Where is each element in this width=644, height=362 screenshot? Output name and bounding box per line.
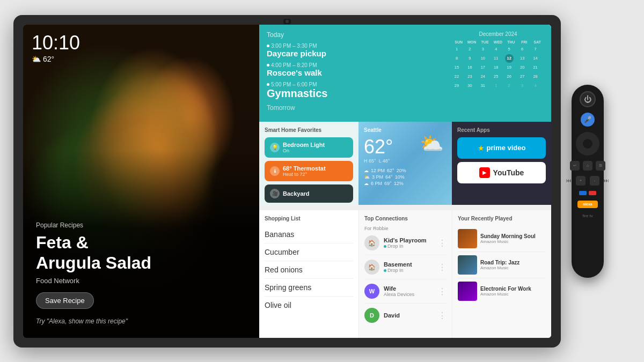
back-button[interactable]: ↩ [570,161,580,171]
right-panel: Today 3:00 PM – 3:30 PM Daycare pickup [259,25,551,338]
event-time-2: 4:00 PM – 8:20 PM [267,62,447,68]
cal-day-20: 20 [518,63,526,72]
connection-basement[interactable]: 🏠 Basement Drop In ⋮ [364,255,447,279]
rewind-button[interactable]: ⏮ [566,178,572,183]
red-button[interactable] [589,191,596,195]
connection-name-basement: Basement [384,261,434,268]
backyard-name: Backyard [283,190,348,197]
cal-header-tue: TUE [479,40,491,45]
connection-device-basement: Drop In [384,268,434,273]
thermostat-status: Heat to 72° [283,172,348,177]
connection-menu-basement[interactable]: ⋮ [438,262,447,272]
avatar-wife: W [364,284,379,299]
event-name-1: Daycare pickup [267,49,447,58]
cal-day-8: 8 [452,54,461,63]
temp-display: 62° [43,55,54,63]
shopping-item-cucumber[interactable]: Cucumber [265,243,353,261]
calendar-title: December 2024 [452,31,544,37]
played-source-1: Amazon Music [480,239,546,244]
tv-screen: 10:10 ⛅ 62° Popular Recipes Feta &Arugul… [23,25,551,338]
avatar-basement: 🏠 [364,260,379,275]
forecast-temp-1: 62° [387,168,394,173]
connection-menu-wife[interactable]: ⋮ [438,286,447,297]
connection-device-kidsplayroom: Drop In [384,243,434,249]
played-source-2: Amazon Music [480,265,546,270]
connection-info-wife: Wife Alexa Devices [384,285,434,297]
firetv-label: fire tv [582,213,593,218]
fast-forward-button[interactable]: ⏭ [604,178,609,183]
alexa-button[interactable]: alexa [577,201,598,208]
thermostat-name: 68° Thermostat [283,165,348,172]
save-recipe-button[interactable]: Save Recipe [36,292,94,309]
bedroom-light-name: Bedroom Light [283,142,348,148]
connection-menu-david[interactable]: ⋮ [438,311,447,321]
backyard-device[interactable]: 🎥 Backyard [265,184,353,203]
cal-day-29: 29 [452,82,461,90]
avatar-kidsplayroom: 🏠 [364,235,379,250]
cal-day-25: 25 [492,72,500,81]
shopping-item-red-onions[interactable]: Red onions [265,261,353,279]
event-time-1: 3:00 PM – 3:30 PM [267,43,447,49]
schedule-event-1: 3:00 PM – 3:30 PM Daycare pickup [267,43,447,58]
played-item-2[interactable]: Road Trip: Jazz Amazon Music [458,252,546,278]
vol-up-button[interactable]: + [576,176,586,186]
backyard-info: Backyard [283,190,348,197]
recently-played-panel: Your Recently Played Sunday Morning Soul… [452,210,551,337]
connection-kidsplayroom[interactable]: 🏠 Kid's Playroom Drop In ⋮ [364,231,447,255]
prime-video-button[interactable]: ★ prime video [457,137,546,159]
avatar-david: D [364,308,379,323]
played-title-1: Sunday Morning Soul [480,233,546,239]
prime-video-label: prime video [487,144,526,152]
cal-header-wed: WED [492,40,504,45]
cal-day-next-4: 4 [531,82,540,90]
cal-header-sat: SAT [531,40,544,45]
connection-name-kidsplayroom: Kid's Playroom [384,237,434,243]
cal-day-1: 1 [452,45,461,54]
light-icon: 💡 [270,143,280,152]
alexa-hint: Try "Alexa, show me this recipe" [36,317,246,325]
thermostat-device[interactable]: 🌡 68° Thermostat Heat to 72° [265,161,353,181]
connection-info-david: David [384,312,434,319]
shopping-item-bananas[interactable]: Bananas [265,226,353,243]
album-art-sunday [458,229,477,248]
vol-down-button[interactable]: - [590,176,599,186]
blue-button[interactable] [579,191,587,195]
connection-info-basement: Basement Drop In [384,261,434,273]
smart-home-panel: Smart Home Favorites 💡 Bedroom Light On … [259,122,358,205]
recipe-title: Feta &Arugula Salad [36,232,246,274]
cal-day-30: 30 [465,82,474,90]
tomorrow-label: Tomorrow [267,104,447,112]
bedroom-light-device[interactable]: 💡 Bedroom Light On [265,137,353,158]
colored-buttons [579,191,596,195]
schedule-section: Today 3:00 PM – 3:30 PM Daycare pickup [259,25,551,122]
cal-day-27: 27 [518,72,526,81]
shopping-item-olive-oil[interactable]: Olive oil [265,297,353,314]
cal-day-14: 14 [531,54,540,63]
cal-day-13: 13 [518,54,526,63]
connection-wife[interactable]: W Wife Alexa Devices ⋮ [364,279,447,304]
alexa-mic-button[interactable]: 🎤 [581,113,595,127]
thermostat-icon: 🌡 [270,166,280,176]
menu-button[interactable]: ☰ [596,161,605,171]
dpad[interactable] [576,132,599,156]
played-item-3[interactable]: Electronic For Work Amazon Music [458,278,546,304]
connection-menu-kidsplayroom[interactable]: ⋮ [438,238,447,248]
home-button[interactable]: ⌂ [583,161,592,171]
recipe-panel: 10:10 ⛅ 62° Popular Recipes Feta &Arugul… [23,25,259,338]
played-item-1[interactable]: Sunday Morning Soul Amazon Music [458,226,546,252]
forecast-temp-3: 69° [384,181,392,186]
power-button[interactable]: ⏻ [580,91,596,107]
weather-info: ⛅ 62° [32,55,80,63]
cal-day-19: 19 [505,63,514,72]
shopping-item-spring-greens[interactable]: Spring greens [265,279,353,297]
forecast-temp-2: 64° [385,174,393,180]
connection-david[interactable]: D David ⋮ [364,304,447,327]
cal-header-mon: MON [465,40,478,45]
dpad-center[interactable] [583,139,592,149]
connection-info-kidsplayroom: Kid's Playroom Drop In [384,237,434,249]
recipe-background: 10:10 ⛅ 62° Popular Recipes Feta &Arugul… [23,25,259,338]
volume-row: ⏮ + - ⏭ [566,176,609,186]
recipe-content: Popular Recipes Feta &Arugula Salad Food… [23,211,259,338]
youtube-play-icon: ▶ [479,167,490,178]
youtube-button[interactable]: ▶ YouTube [457,162,546,183]
